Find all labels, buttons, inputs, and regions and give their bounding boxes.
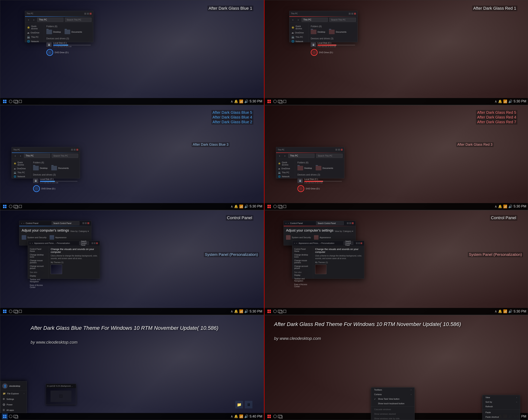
win-close-1[interactable] xyxy=(90,13,92,15)
pers-account-r[interactable]: Change account picture xyxy=(292,264,313,270)
pers-display[interactable]: Display xyxy=(28,274,49,278)
start-btn-5[interactable] xyxy=(2,308,8,314)
sidebar-net-3[interactable]: 🌐Network xyxy=(12,175,31,179)
taskbar-sq-1[interactable] xyxy=(19,100,22,103)
drive-c-2[interactable]: 💾 Local Disk (C:) 9.95 GB free of 19.5 G… xyxy=(311,42,355,48)
sidebar-od-3[interactable]: ☁OneDrive xyxy=(12,167,31,171)
pers-icons[interactable]: Change desktop icons xyxy=(28,253,49,259)
cp-appearance[interactable]: Appearance xyxy=(49,235,66,240)
nav-fwd-2[interactable]: › xyxy=(296,18,300,22)
sidebar-thispc-2[interactable]: 💻This PC xyxy=(289,35,308,39)
win-min-4[interactable] xyxy=(336,149,337,151)
start-file-explorer[interactable]: 📁 File Explorer › xyxy=(0,391,27,396)
win-close-2[interactable] xyxy=(354,13,356,15)
pers-close-r[interactable] xyxy=(360,242,362,244)
sidebar-quick-access-1[interactable]: ⭐Quick access xyxy=(25,24,44,30)
folder-desktop-1[interactable]: Desktop xyxy=(46,30,61,34)
search-circle-3[interactable] xyxy=(9,205,12,208)
pers-home[interactable]: Control Panel Home xyxy=(28,247,49,253)
folder-docs-4[interactable]: Documents xyxy=(316,166,333,170)
start-btn-6[interactable] xyxy=(266,308,272,314)
sctx-paste[interactable]: Paste xyxy=(482,410,520,415)
cp-close-r[interactable] xyxy=(352,222,354,224)
drive-dvd-4[interactable]: DVD Drive (D:) xyxy=(297,185,342,192)
pers-max[interactable] xyxy=(94,242,96,244)
sctx-sortby[interactable]: Sort by › xyxy=(482,400,520,404)
sidebar-pc-3[interactable]: 💻This PC xyxy=(12,171,31,175)
sidebar-network-1[interactable]: 🌐Network xyxy=(25,39,44,44)
taskview-5[interactable] xyxy=(13,310,18,313)
pers-fwd[interactable]: › xyxy=(32,242,33,244)
ctx-toolbars[interactable]: Toolbars › xyxy=(371,387,414,392)
win-maximize-2[interactable] xyxy=(351,13,353,15)
taskview-7[interactable] xyxy=(13,415,18,418)
quicklaunch-2[interactable]: 🖥 xyxy=(245,401,252,408)
cp-min[interactable] xyxy=(83,222,84,224)
win-minimize-1[interactable] xyxy=(84,13,86,15)
win-max-4[interactable] xyxy=(338,149,340,151)
win-maximize-1[interactable] xyxy=(87,13,89,15)
sidebar-onedrive-1[interactable]: ☁OneDrive xyxy=(25,30,44,35)
folder-desktop-4[interactable]: Desktop xyxy=(297,166,312,170)
address-bar-2[interactable]: This PC xyxy=(302,18,328,22)
taskview-3[interactable] xyxy=(13,205,18,208)
folder-documents-3[interactable]: Documents xyxy=(51,166,69,170)
drive-c-3[interactable]: 💾 Local Disk (C:) 11.4 GB free of 19.5 G… xyxy=(33,178,77,184)
start-btn-2[interactable] xyxy=(266,98,272,105)
pers-mouse-r[interactable]: Change mouse pointers xyxy=(292,259,313,264)
cp-viewby-red[interactable]: View by: Category ▾ xyxy=(335,230,353,232)
sctx-paste-shortcut[interactable]: Paste shortcut xyxy=(482,415,520,419)
cp-nav-back[interactable]: ‹ xyxy=(21,222,22,224)
ctx-touch-kb[interactable]: Show touch keyboard button xyxy=(371,401,414,406)
pers-taskbar[interactable]: Taskbar and Navigation xyxy=(28,278,49,283)
quicklaunch-1[interactable]: 📁 xyxy=(235,401,243,408)
search-circle-2[interactable] xyxy=(273,100,277,103)
win-close-4[interactable] xyxy=(341,149,343,151)
drive-dvd-1[interactable]: DVD Drive (D:) xyxy=(46,49,91,56)
pers-taskbar-r[interactable]: Taskbar and Navigation xyxy=(292,277,313,283)
nav-fwd-3[interactable]: › xyxy=(19,154,23,158)
cp-sys-sec-r[interactable]: System and Security xyxy=(286,235,311,240)
taskview-8[interactable] xyxy=(278,415,282,418)
search-circle-1[interactable] xyxy=(9,100,12,103)
folder-desktop-3[interactable]: Desktop xyxy=(33,166,48,170)
start-all-apps[interactable]: ☰ All apps xyxy=(0,407,27,413)
search-bar-2[interactable]: Search This PC xyxy=(329,18,356,22)
nav-back-2[interactable]: ‹ xyxy=(291,18,295,22)
cp-appearance-r[interactable]: Appearance xyxy=(314,235,331,240)
drive-c-4[interactable]: 💾 Local Disk (C:) 9.95 GB free of 19.5 G… xyxy=(297,178,342,184)
nav-fwd-1[interactable]: › xyxy=(32,18,36,22)
start-btn-1[interactable] xyxy=(2,98,8,105)
drive-dvd-3[interactable]: DVD Drive (D:) xyxy=(33,185,77,192)
taskview-6[interactable] xyxy=(278,310,282,313)
pers-close[interactable] xyxy=(96,242,98,244)
win-close-3[interactable] xyxy=(76,149,78,151)
taskview-2[interactable] xyxy=(278,100,282,103)
start-btn-4[interactable] xyxy=(266,204,272,210)
pers-account[interactable]: Change account picture xyxy=(28,264,49,270)
start-btn-7[interactable] xyxy=(2,413,8,420)
nav-back-4[interactable]: ‹ xyxy=(278,154,281,158)
pers-display-r[interactable]: Display xyxy=(292,273,313,277)
pers-ease[interactable]: Ease of Access Center xyxy=(28,283,49,289)
start-settings[interactable]: ⚙ Settings xyxy=(0,396,27,402)
win-min-3[interactable] xyxy=(71,149,73,151)
cp-min-r[interactable] xyxy=(347,222,349,224)
ctx-cortana[interactable]: Cortana › xyxy=(371,392,414,397)
cp-viewby-blue[interactable]: View by: Category ▾ xyxy=(70,230,89,232)
nav-back-3[interactable]: ‹ xyxy=(13,154,17,158)
cp-system-security[interactable]: System and Security xyxy=(22,235,47,240)
address-bar-1[interactable]: This PC xyxy=(37,18,63,22)
nav-fwd-4[interactable]: › xyxy=(283,154,287,158)
pers-home-r[interactable]: Control Panel Home xyxy=(292,247,313,253)
search-bar-1[interactable]: Search This PC xyxy=(65,18,92,22)
theme-preview-blue[interactable] xyxy=(51,265,62,274)
sidebar-pc-4[interactable]: 💻This PC xyxy=(276,171,295,175)
folder-documents-1[interactable]: Documents xyxy=(65,30,82,34)
cp-nav-fwd[interactable]: › xyxy=(24,222,24,224)
sidebar-onedrive-2[interactable]: ☁OneDrive xyxy=(289,30,308,35)
sctx-refresh[interactable]: Refresh xyxy=(482,404,520,409)
drive-c-1[interactable]: 💾 Local Disk (C:) 11.4 GB free of 19.5 G… xyxy=(46,42,91,48)
start-btn-3[interactable] xyxy=(2,204,8,210)
sidebar-od-4[interactable]: ☁OneDrive xyxy=(276,167,295,171)
